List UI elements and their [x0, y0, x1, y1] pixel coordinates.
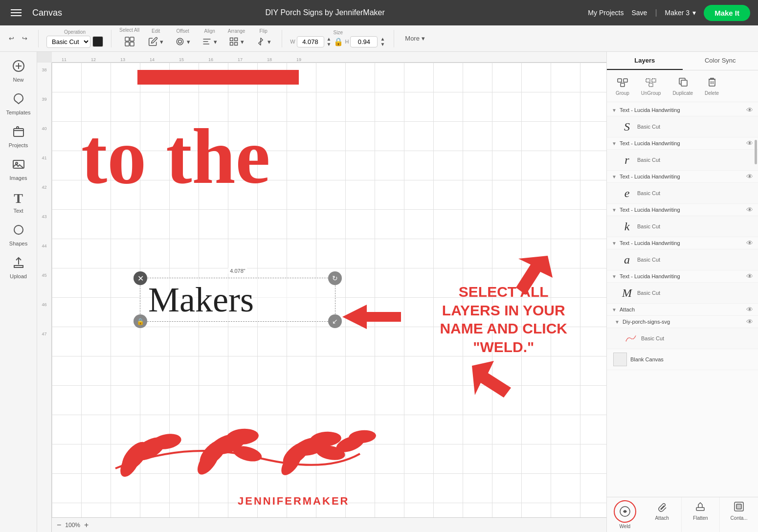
tab-color-sync[interactable]: Color Sync	[683, 52, 758, 70]
main-area: New Templates Projects	[0, 52, 758, 532]
sidebar-item-templates[interactable]: Templates	[2, 89, 35, 119]
canvas-area[interactable]: 11 12 13 14 15 16 17 18 19 38 39 40 41 4…	[37, 52, 606, 532]
nav-right-group: My Projects Save | Maker 3 ▾ Make It	[588, 5, 750, 21]
group-button[interactable]: Group	[612, 74, 633, 98]
height-stepper[interactable]: ▲▼	[379, 36, 386, 47]
layer-name-s: Text - Lucida Handwriting	[620, 107, 746, 113]
machine-selector[interactable]: Maker 3 ▾	[665, 9, 696, 17]
duplicate-button[interactable]: Duplicate	[669, 74, 697, 98]
eye-icon-s[interactable]: 👁	[746, 106, 753, 114]
selection-handle-rotate[interactable]: ↻	[328, 271, 342, 285]
layer-sub-m[interactable]: M Basic Cut	[607, 283, 758, 304]
eye-icon-e[interactable]: 👁	[746, 173, 753, 180]
layer-expand-r: ▼	[612, 141, 620, 146]
svg-marker-23	[472, 361, 511, 398]
flip-button[interactable]: ▾	[253, 35, 274, 48]
undo-redo-group: ↩ ↪	[6, 33, 30, 44]
operation-dropdown[interactable]: Basic Cut	[46, 36, 90, 48]
hamburger-menu[interactable]	[8, 7, 24, 18]
zoom-in-button[interactable]: +	[84, 521, 89, 530]
sidebar-item-upload[interactable]: Upload	[2, 252, 35, 283]
layer-sub-s[interactable]: S Basic Cut	[607, 116, 758, 137]
layer-item-attach[interactable]: ▼ Attach 👁	[607, 304, 758, 316]
ungroup-label: UnGroup	[641, 90, 661, 96]
undo-button[interactable]: ↩	[6, 33, 17, 44]
jennifermaker-branding: JENNIFERMAKER	[238, 495, 349, 508]
layer-preview-svg	[623, 330, 639, 347]
canvas-content[interactable]: to the 4.078" ✕ ↻ 🔒 ↙ Makers SELECT ALLL…	[52, 63, 606, 517]
layer-sub-svg[interactable]: Basic Cut	[607, 328, 758, 349]
selection-handle-lock[interactable]: 🔒	[134, 314, 147, 328]
width-stepper[interactable]: ▲▼	[326, 36, 333, 47]
svg-marker-21	[342, 305, 401, 329]
images-icon	[12, 158, 25, 174]
make-it-button[interactable]: Make It	[704, 5, 750, 21]
red-rectangle-element[interactable]	[137, 70, 299, 85]
flatten-button[interactable]: Flatten	[682, 497, 720, 532]
svg-rect-2	[125, 42, 129, 46]
layer-item-m[interactable]: ▼ Text - Lucida Handwriting 👁	[607, 270, 758, 283]
to-the-text[interactable]: to the	[81, 111, 270, 202]
divider-3	[282, 30, 282, 47]
zoom-out-button[interactable]: −	[57, 521, 61, 530]
more-button[interactable]: More ▾	[402, 33, 427, 44]
makers-text: Makers	[148, 282, 327, 317]
arrange-section: Arrange ▾	[226, 28, 247, 48]
contour-icon	[734, 501, 744, 514]
layer-expand-m: ▼	[612, 274, 620, 279]
weld-action-area[interactable]: Weld	[607, 497, 643, 532]
layer-name-k: Text - Lucida Handwriting	[620, 207, 746, 213]
selection-handle-delete[interactable]: ✕	[134, 271, 147, 285]
makers-text-container[interactable]: 4.078" ✕ ↻ 🔒 ↙ Makers	[140, 278, 335, 322]
edit-button[interactable]: ▾	[145, 35, 166, 48]
height-input[interactable]	[350, 36, 378, 47]
align-button[interactable]: ▾	[199, 35, 220, 48]
layer-item-r[interactable]: ▼ Text - Lucida Handwriting 👁	[607, 137, 758, 150]
layer-info-s: Text - Lucida Handwriting	[620, 107, 746, 113]
eye-icon-k[interactable]: 👁	[746, 206, 753, 214]
eye-icon-r[interactable]: 👁	[746, 139, 753, 147]
contour-button[interactable]: Conta...	[720, 497, 758, 532]
save-link[interactable]: Save	[631, 9, 647, 17]
layer-sub-k[interactable]: k Basic Cut	[607, 216, 758, 237]
layer-item-svg[interactable]: ▼ Diy-porch-signs-svg 👁	[607, 316, 758, 328]
layer-sub-e[interactable]: e Basic Cut	[607, 183, 758, 204]
ungroup-button[interactable]: UnGroup	[637, 74, 665, 98]
tab-layers[interactable]: Layers	[607, 52, 683, 70]
my-projects-link[interactable]: My Projects	[588, 9, 624, 17]
eye-icon-attach[interactable]: 👁	[746, 306, 753, 313]
arrange-button[interactable]: ▾	[226, 35, 247, 48]
layer-item-s[interactable]: ▼ Text - Lucida Handwriting 👁	[607, 104, 758, 116]
layer-info-e: Text - Lucida Handwriting	[620, 174, 746, 179]
sidebar-item-new[interactable]: New	[2, 56, 35, 87]
layer-item-k[interactable]: ▼ Text - Lucida Handwriting 👁	[607, 204, 758, 216]
sidebar-item-images[interactable]: Images	[2, 154, 35, 185]
layer-sub-r[interactable]: r Basic Cut	[607, 150, 758, 171]
selection-handle-resize[interactable]: ↙	[328, 314, 342, 328]
delete-button[interactable]: Delete	[701, 74, 723, 98]
color-swatch[interactable]	[92, 36, 103, 47]
layer-expand-svg: ▼	[615, 319, 623, 325]
layer-name-attach: Attach	[620, 307, 746, 312]
layer-expand-e: ▼	[612, 174, 620, 179]
eye-icon-a[interactable]: 👁	[746, 239, 753, 247]
eye-icon-svg[interactable]: 👁	[746, 318, 753, 326]
operation-label: Operation	[64, 29, 86, 35]
layer-item-e[interactable]: ▼ Text - Lucida Handwriting 👁	[607, 171, 758, 183]
layer-sub-a[interactable]: a Basic Cut	[607, 249, 758, 270]
redo-button[interactable]: ↪	[19, 33, 30, 44]
layer-item-a[interactable]: ▼ Text - Lucida Handwriting 👁	[607, 237, 758, 249]
sidebar-item-text[interactable]: T Text	[2, 187, 35, 218]
offset-button[interactable]: ▾	[172, 35, 193, 48]
projects-icon	[12, 125, 25, 141]
eye-icon-m[interactable]: 👁	[746, 272, 753, 280]
layer-info-svg: Diy-porch-signs-svg	[623, 319, 746, 325]
panel-scrollbar[interactable]	[755, 140, 757, 164]
sidebar-item-shapes[interactable]: Shapes	[2, 220, 35, 250]
width-input[interactable]	[297, 36, 324, 47]
flip-section: Flip ▾	[253, 28, 274, 48]
layer-item-blank[interactable]: Blank Canvas	[607, 349, 758, 370]
attach-button[interactable]: Attach	[643, 497, 682, 532]
sidebar-item-projects[interactable]: Projects	[2, 121, 35, 152]
select-all-button[interactable]	[121, 34, 138, 49]
